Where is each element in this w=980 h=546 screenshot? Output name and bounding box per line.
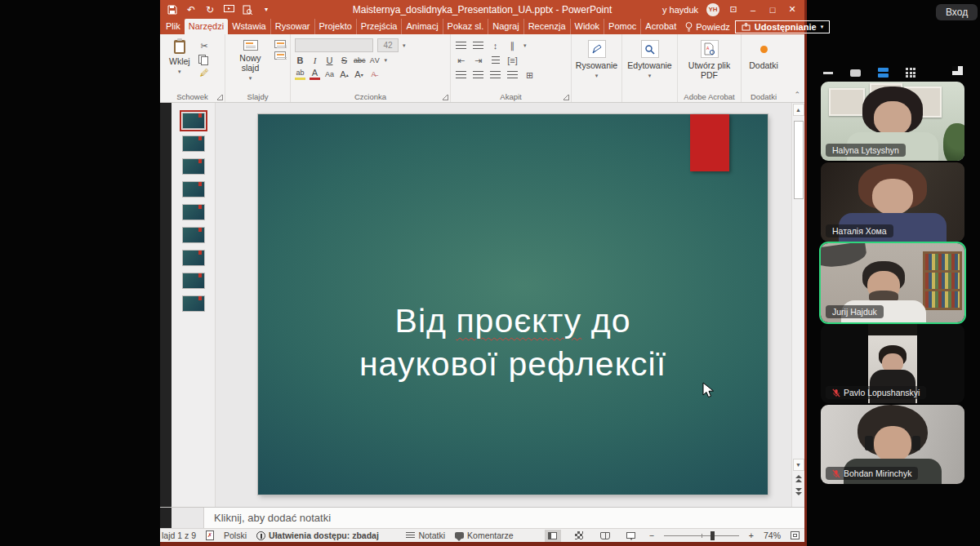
italic-button[interactable]: I — [310, 55, 320, 66]
gallery-view-icon[interactable] — [906, 68, 915, 78]
slide-sorter-view-button[interactable] — [571, 530, 587, 542]
minimize-icon[interactable]: – — [747, 5, 759, 15]
tab-widok[interactable]: Widok — [570, 19, 604, 34]
popout-layout-icon[interactable] — [952, 66, 963, 75]
tab-recenzja[interactable]: Recenzja — [523, 19, 570, 34]
notes-placeholder[interactable]: Kliknij, aby dodać notatki — [204, 508, 804, 528]
slide-edit-area[interactable]: Відпроєктудо наукової рефлексії — [216, 103, 791, 507]
zoom-slider-thumb[interactable] — [710, 531, 715, 540]
participant-video-4[interactable]: Pavlo Lopushanskyi — [821, 324, 964, 403]
underline-button[interactable]: U — [324, 55, 335, 66]
speaker-view-icon[interactable] — [850, 69, 861, 77]
normal-view-button[interactable] — [545, 530, 561, 542]
start-slideshow-icon[interactable] — [223, 4, 234, 16]
minimize-panel-icon[interactable] — [823, 72, 833, 74]
reading-view-button[interactable] — [597, 530, 613, 542]
customize-qat-icon[interactable]: ▾ — [261, 4, 272, 16]
columns-icon[interactable] — [489, 55, 501, 66]
tab-plik[interactable]: Plik — [162, 19, 185, 34]
redo-icon[interactable]: ↻ — [204, 4, 216, 16]
tab-wstawianie[interactable]: Wstawia — [228, 19, 270, 34]
copy-icon[interactable] — [198, 55, 207, 64]
slide-thumbnail-9[interactable] — [183, 296, 204, 311]
previous-slide-button[interactable] — [793, 473, 804, 484]
slide-title-text[interactable]: Відпроєктудо наукової рефлексії — [258, 299, 768, 386]
addins-button[interactable]: Dodatki — [744, 38, 783, 72]
slide-thumbnail-panel[interactable] — [172, 103, 216, 507]
align-right-icon[interactable] — [489, 69, 501, 81]
spell-check-button[interactable]: ✗ — [206, 530, 214, 540]
font-size-combobox[interactable]: 42 — [377, 38, 399, 52]
scrollbar-thumb[interactable] — [794, 121, 804, 199]
paste-button[interactable]: Wklej ▾ — [164, 38, 195, 77]
scroll-down-icon[interactable]: ▼ — [793, 459, 804, 471]
zoom-out-button[interactable]: − — [649, 530, 654, 540]
account-avatar[interactable]: YH — [706, 3, 719, 16]
reset-slide-icon[interactable] — [274, 51, 286, 60]
tab-acrobat[interactable]: Acrobat — [640, 19, 680, 34]
bold-button[interactable]: B — [295, 55, 305, 66]
decrease-indent-icon[interactable]: ⇤ — [455, 55, 467, 66]
zoom-in-button[interactable]: + — [749, 530, 754, 540]
undo-icon[interactable]: ↶ — [185, 4, 197, 16]
clipboard-dialog-launcher[interactable] — [217, 95, 223, 100]
tab-pomoc[interactable]: Pomoc — [604, 19, 640, 34]
tab-przejscia[interactable]: Przejścia — [356, 19, 402, 34]
slide-thumbnail-5[interactable] — [183, 205, 204, 220]
line-spacing-icon[interactable]: ↕ — [489, 40, 501, 51]
zoom-slider[interactable] — [664, 535, 739, 536]
save-icon[interactable] — [167, 4, 178, 16]
shrink-font-button[interactable]: A — [354, 69, 364, 80]
vertical-scrollbar[interactable]: ▲ ▼ — [791, 103, 804, 507]
numbering-icon[interactable] — [472, 40, 484, 51]
strikethrough-button[interactable]: S — [339, 55, 350, 66]
character-spacing-button[interactable]: AV — [370, 55, 381, 66]
clear-formatting-button[interactable]: A̶ — [368, 69, 379, 80]
font-name-combobox[interactable] — [295, 38, 373, 52]
grow-font-button[interactable]: A — [339, 69, 350, 80]
slide-thumbnail-2[interactable] — [183, 136, 204, 151]
tell-me-button[interactable]: Powiedz — [680, 19, 735, 34]
change-case-button[interactable]: Aa — [324, 69, 335, 80]
language-button[interactable]: Polski — [224, 530, 247, 540]
increase-indent-icon[interactable]: ⇥ — [472, 55, 484, 66]
align-text-icon[interactable]: [≡] — [506, 55, 519, 66]
fit-to-window-icon[interactable] — [791, 531, 800, 539]
slide-thumbnail-6[interactable] — [183, 228, 204, 242]
slide-canvas[interactable]: Відпроєктудо наукової рефлексії — [258, 114, 768, 495]
scroll-up-icon[interactable]: ▲ — [793, 104, 804, 116]
bullets-icon[interactable] — [455, 40, 467, 51]
align-center-icon[interactable] — [472, 69, 484, 81]
share-button[interactable]: Udostępnianie ▾ — [735, 20, 830, 33]
tab-narzedzia[interactable]: Narzędzi — [185, 19, 228, 34]
slide-thumbnail-7[interactable] — [183, 251, 204, 265]
slide-thumbnail-1[interactable] — [183, 113, 204, 128]
collapse-ribbon-icon[interactable]: ⌃ — [794, 91, 800, 99]
create-pdf-button[interactable]: A Utwórz plik PDF — [682, 38, 737, 82]
strip-view-icon[interactable] — [878, 68, 889, 78]
font-dialog-launcher[interactable] — [443, 95, 448, 100]
slide-thumbnail-3[interactable] — [183, 159, 204, 174]
login-button[interactable]: Вход — [936, 4, 978, 20]
participant-video-1[interactable]: Halyna Lytsyshyn — [821, 82, 964, 161]
cut-icon[interactable]: ✂ — [198, 40, 211, 51]
text-direction-icon[interactable]: ∥ — [506, 40, 519, 51]
smartart-convert-icon[interactable]: ⊞ — [523, 69, 536, 81]
next-slide-button[interactable] — [793, 486, 804, 497]
ribbon-display-options-icon[interactable]: ⊡ — [728, 4, 739, 15]
participant-video-2[interactable]: Наталія Хома — [821, 162, 964, 242]
slideshow-view-button[interactable] — [623, 530, 639, 542]
text-shadow-button[interactable]: abc — [354, 55, 366, 66]
zoom-level[interactable]: 74% — [764, 530, 781, 540]
slide-accent-rectangle[interactable] — [690, 114, 729, 171]
align-left-icon[interactable] — [455, 69, 467, 81]
accessibility-button[interactable]: Ułatwienia dostępu: zbadaj — [256, 530, 379, 540]
new-slide-button[interactable]: Nowy slajd ▾ — [229, 38, 271, 83]
slide-thumbnail-4[interactable] — [183, 182, 204, 197]
drawing-button[interactable]: Rysowanie ▾ — [571, 38, 622, 81]
print-preview-icon[interactable] — [242, 4, 253, 16]
slide-layout-icon[interactable] — [274, 40, 286, 48]
notes-toggle[interactable]: Notatki — [406, 530, 445, 540]
tab-pokaz-slajdow[interactable]: Pokaz sl. — [443, 19, 488, 34]
editing-button[interactable]: Edytowanie ▾ — [622, 38, 676, 81]
